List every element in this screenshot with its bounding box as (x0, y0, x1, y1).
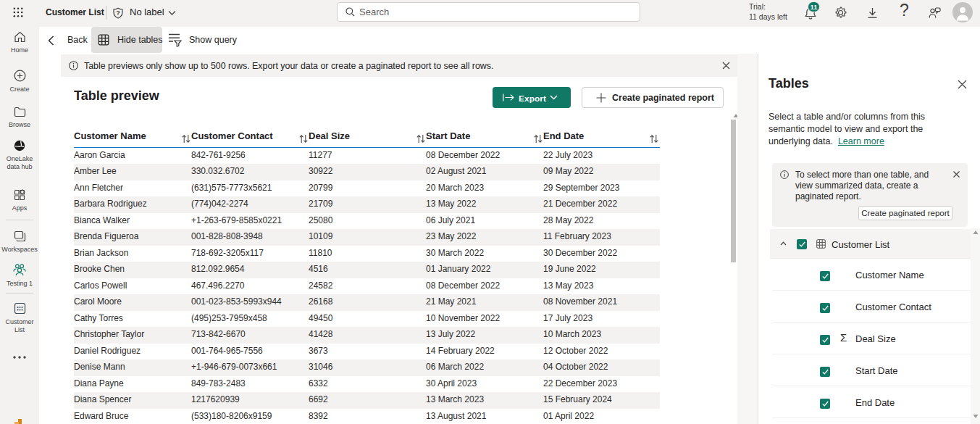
svg-text:?: ? (116, 9, 120, 17)
